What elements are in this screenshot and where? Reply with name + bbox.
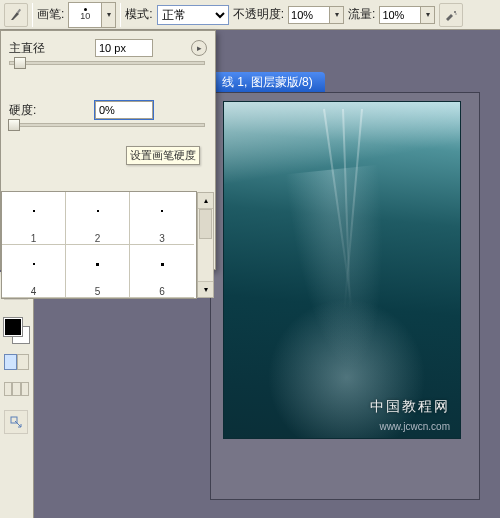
- divider: [32, 3, 33, 27]
- opacity-label: 不透明度:: [233, 6, 284, 23]
- flow-input[interactable]: [379, 6, 421, 24]
- brush-preset[interactable]: 3: [130, 192, 194, 245]
- brush-label: 画笔:: [37, 6, 64, 23]
- document-titlebar[interactable]: 线 1, 图层蒙版/8): [210, 72, 325, 93]
- workspace: 画笔: 10 ▾ 模式: 正常 不透明度: ▾ 流量: ▾ 线 1, 图: [0, 0, 500, 518]
- foreground-color-swatch[interactable]: [4, 318, 22, 336]
- screen-mode-button[interactable]: [4, 382, 12, 396]
- brush-preset[interactable]: 4: [2, 245, 66, 298]
- preset-id: 3: [159, 233, 165, 244]
- canvas[interactable]: 中国教程网 www.jcwcn.com: [223, 101, 461, 439]
- document-title-text: 线 1, 图层蒙版/8): [222, 75, 313, 89]
- light-ray: [342, 109, 351, 311]
- divider: [120, 3, 121, 27]
- light-ray: [343, 109, 363, 310]
- flow-label: 流量:: [348, 6, 375, 23]
- brush-preset-grid: 1 2 3 4 5 6 ▴ ▾: [1, 191, 197, 299]
- master-diameter-label: 主直径: [9, 40, 89, 57]
- quickmask-toggle: [4, 354, 29, 370]
- svg-point-2: [456, 13, 458, 15]
- brush-preset-picker[interactable]: 10 ▾: [68, 2, 116, 28]
- light-ray: [323, 109, 353, 309]
- watermark-text: 中国教程网: [370, 398, 450, 416]
- screen-mode-group: [4, 382, 29, 396]
- mode-select[interactable]: 正常: [157, 5, 229, 25]
- brush-size-number: 10: [80, 11, 90, 21]
- preset-id: 5: [95, 286, 101, 297]
- brush-preview: 10: [68, 2, 102, 28]
- brush-dropdown-icon[interactable]: ▾: [102, 2, 116, 28]
- flow-field[interactable]: ▾: [379, 6, 435, 24]
- brush-preset[interactable]: 2: [66, 192, 130, 245]
- screen-mode-button[interactable]: [21, 382, 29, 396]
- brush-preset[interactable]: 5: [66, 245, 130, 298]
- preset-id: 6: [159, 286, 165, 297]
- options-bar: 画笔: 10 ▾ 模式: 正常 不透明度: ▾ 流量: ▾: [0, 0, 500, 30]
- preset-scrollbar[interactable]: ▴ ▾: [197, 192, 214, 298]
- slider-thumb[interactable]: [8, 119, 20, 131]
- opacity-input[interactable]: [288, 6, 330, 24]
- hardness-input[interactable]: [95, 101, 153, 119]
- scroll-up-icon[interactable]: ▴: [198, 193, 213, 209]
- preset-id: 1: [31, 233, 37, 244]
- brush-preset[interactable]: 6: [130, 245, 194, 298]
- tool-strip: [0, 272, 34, 518]
- watermark-url: www.jcwcn.com: [379, 421, 450, 432]
- brush-preset[interactable]: 1: [2, 192, 66, 245]
- canvas-frame: 中国教程网 www.jcwcn.com: [210, 92, 480, 500]
- master-diameter-slider[interactable]: [9, 61, 205, 65]
- hardness-tooltip: 设置画笔硬度: [126, 146, 200, 165]
- brush-tool-icon[interactable]: [4, 3, 28, 27]
- scroll-down-icon[interactable]: ▾: [198, 281, 213, 297]
- flyout-menu-icon[interactable]: ▸: [191, 40, 207, 56]
- quickmask-mode-button[interactable]: [17, 354, 30, 370]
- master-diameter-input[interactable]: [95, 39, 153, 57]
- airbrush-icon[interactable]: [439, 3, 463, 27]
- svg-point-1: [454, 11, 456, 13]
- mode-label: 模式:: [125, 6, 152, 23]
- svg-rect-0: [17, 8, 21, 12]
- standard-mode-button[interactable]: [4, 354, 17, 370]
- preset-id: 4: [31, 286, 37, 297]
- opacity-field[interactable]: ▾: [288, 6, 344, 24]
- jump-to-icon[interactable]: [4, 410, 28, 434]
- hardness-slider[interactable]: [9, 123, 205, 127]
- opacity-dropdown-icon[interactable]: ▾: [330, 6, 344, 24]
- slider-thumb[interactable]: [14, 57, 26, 69]
- preset-id: 2: [95, 233, 101, 244]
- color-swatches[interactable]: [4, 318, 30, 344]
- screen-mode-button[interactable]: [12, 382, 20, 396]
- hardness-label: 硬度:: [9, 102, 89, 119]
- scroll-thumb[interactable]: [199, 209, 212, 239]
- flow-dropdown-icon[interactable]: ▾: [421, 6, 435, 24]
